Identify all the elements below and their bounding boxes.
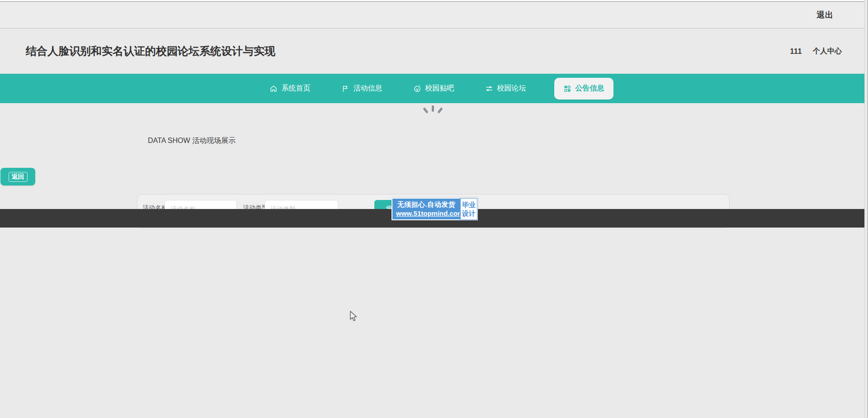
nav-item-label: 校园贴吧 xyxy=(425,84,454,93)
spinner-bar xyxy=(423,107,429,114)
nav-item-label: 校园论坛 xyxy=(497,84,526,93)
flag-icon xyxy=(341,85,349,93)
mouse-cursor-icon xyxy=(349,310,359,325)
watermark-slogan: 无须担心.自动发货 xyxy=(396,200,457,209)
nav-item-activities[interactable]: 活动信息 xyxy=(339,78,385,100)
logout-bar: 退出 xyxy=(0,2,868,28)
nav-item-label: 公告信息 xyxy=(576,84,604,93)
section-title: DATA SHOW 活动现场展示 xyxy=(148,136,236,146)
back-button[interactable]: 返回 xyxy=(0,168,35,185)
nav-item-tieba[interactable]: 校园贴吧 xyxy=(410,78,457,100)
spinner-bar xyxy=(432,105,434,112)
watermark-badge-line1: 毕业 xyxy=(462,200,476,209)
watermark-text-block: 无须担心.自动发货 www.51topmind.com xyxy=(392,199,460,219)
profile-center-link[interactable]: 个人中心 xyxy=(813,47,842,56)
face-icon xyxy=(413,85,421,93)
spinner-bar xyxy=(437,107,443,114)
back-button-label: 返回 xyxy=(9,172,28,182)
sliders-icon xyxy=(485,85,493,93)
watermark-ad[interactable]: 无须担心.自动发货 www.51topmind.com 毕业 设计 xyxy=(392,198,478,220)
header: 结合人脸识别和实名认证的校园论坛系统设计与实现 111 个人中心 xyxy=(0,28,868,74)
logout-button[interactable]: 退出 xyxy=(816,10,834,20)
nav-item-label: 活动信息 xyxy=(354,84,382,93)
home-icon xyxy=(269,85,278,93)
header-user-area: 111 个人中心 xyxy=(790,47,842,56)
nav-item-home[interactable]: 系统首页 xyxy=(267,78,313,100)
grid-icon xyxy=(563,85,571,93)
watermark-url-link[interactable]: www.51topmind.com xyxy=(396,209,457,218)
watermark-badge-line2: 设计 xyxy=(462,209,476,218)
username-text: 111 xyxy=(790,47,802,55)
nav-item-forum[interactable]: 校园论坛 xyxy=(482,78,529,100)
nav-items: 系统首页 活动信息 校园贴吧 xyxy=(267,78,613,100)
nav-item-label: 系统首页 xyxy=(282,84,311,93)
page-title: 结合人脸识别和实名认证的校园论坛系统设计与实现 xyxy=(26,44,275,58)
watermark-badge: 毕业 设计 xyxy=(460,199,477,219)
nav-item-announcements[interactable]: 公告信息 xyxy=(554,78,613,100)
scrollbar-track[interactable] xyxy=(864,0,868,418)
main-nav: 系统首页 活动信息 校园贴吧 xyxy=(0,74,868,103)
